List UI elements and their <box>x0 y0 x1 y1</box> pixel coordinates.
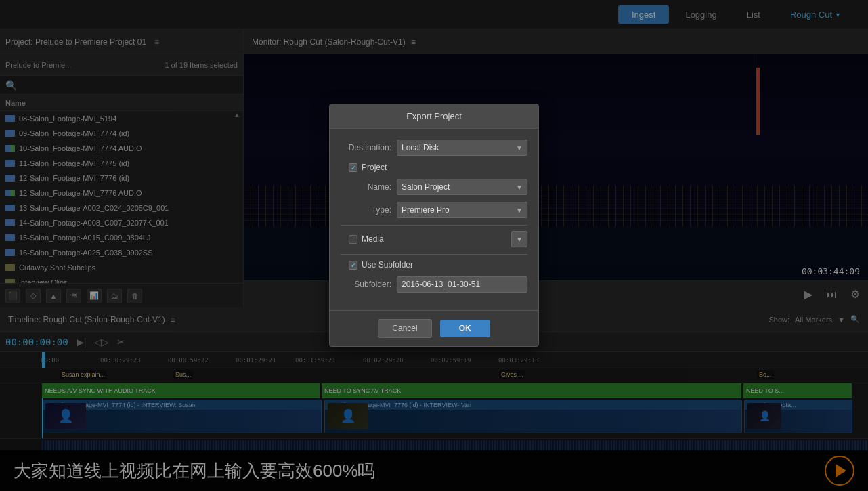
media-label: Media <box>362 234 384 244</box>
dialog-overlay: Export Project Destination: Local Disk ▼… <box>0 0 868 491</box>
destination-value: Local Disk <box>402 143 439 152</box>
type-value: Premiere Pro <box>402 205 450 215</box>
type-dropdown-arrow: ▼ <box>516 207 523 214</box>
dialog-body: Destination: Local Disk ▼ ✓ Project Name… <box>330 129 538 310</box>
dialog-title: Export Project <box>330 104 538 129</box>
destination-dropdown-arrow: ▼ <box>516 144 523 152</box>
project-checkbox-label: Project <box>362 163 387 172</box>
divider-2 <box>341 254 527 255</box>
type-select[interactable]: Premiere Pro ▼ <box>397 202 527 218</box>
export-project-dialog: Export Project Destination: Local Disk ▼… <box>329 104 539 347</box>
ok-button[interactable]: OK <box>440 320 490 337</box>
name-value: Salon Project <box>402 182 450 192</box>
media-row: Media ▼ <box>341 231 527 247</box>
name-row: Name: Salon Project ▼ <box>341 179 527 195</box>
project-checkbox-row: ✓ Project <box>341 163 527 172</box>
type-label: Type: <box>341 205 391 215</box>
project-checkbox[interactable]: ✓ <box>349 163 357 172</box>
media-checkbox[interactable] <box>349 235 357 244</box>
use-subfolder-label: Use Subfolder <box>362 260 413 270</box>
type-row: Type: Premiere Pro ▼ <box>341 202 527 218</box>
media-expand-arrow[interactable]: ▼ <box>511 231 527 247</box>
destination-select[interactable]: Local Disk ▼ <box>397 140 527 156</box>
destination-label: Destination: <box>341 143 391 152</box>
subfolder-value: 2016-06-13_01-30-51 <box>402 280 480 289</box>
divider-1 <box>341 225 527 226</box>
use-subfolder-checkbox[interactable]: ✓ <box>349 261 357 270</box>
destination-row: Destination: Local Disk ▼ <box>341 140 527 156</box>
use-subfolder-row: ✓ Use Subfolder <box>341 260 527 270</box>
cancel-button[interactable]: Cancel <box>378 319 431 338</box>
subfolder-label: Subfolder: <box>341 280 391 289</box>
name-select[interactable]: Salon Project ▼ <box>397 179 527 195</box>
name-label: Name: <box>341 182 391 192</box>
subfolder-input[interactable]: 2016-06-13_01-30-51 <box>397 276 527 293</box>
dialog-footer: Cancel OK <box>330 310 538 346</box>
name-dropdown-arrow: ▼ <box>516 184 523 191</box>
subfolder-row: Subfolder: 2016-06-13_01-30-51 <box>341 276 527 293</box>
